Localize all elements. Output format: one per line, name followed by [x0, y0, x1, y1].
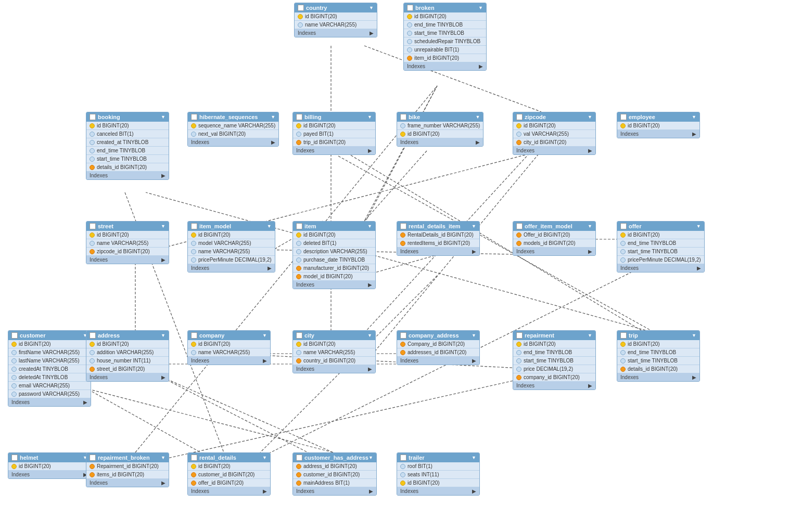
- index-arrow[interactable]: ▶: [588, 148, 592, 153]
- table-header-repairment_broken[interactable]: ⊞repairment_broken▼: [86, 453, 169, 462]
- table-header-trailer[interactable]: ⊞trailer▼: [397, 453, 479, 462]
- header-dropdown-arrow[interactable]: ▼: [472, 455, 476, 460]
- index-row[interactable]: Indexes▶: [293, 365, 375, 373]
- index-arrow[interactable]: ▶: [368, 282, 372, 288]
- index-arrow[interactable]: ▶: [161, 374, 166, 380]
- index-row[interactable]: Indexes▶: [188, 138, 278, 146]
- index-arrow[interactable]: ▶: [263, 358, 267, 364]
- table-header-broken[interactable]: ⊞broken▼: [404, 3, 486, 12]
- index-arrow[interactable]: ▶: [368, 148, 372, 153]
- index-row[interactable]: Indexes▶: [404, 62, 486, 70]
- header-dropdown-arrow[interactable]: ▼: [369, 5, 374, 10]
- table-header-rental_details_item[interactable]: ⊞rental_details_item▼: [397, 222, 479, 231]
- table-header-offer_item_model[interactable]: ⊞offer_item_model▼: [513, 222, 595, 231]
- table-header-helmet[interactable]: ⊞helmet▼: [8, 453, 91, 462]
- index-row[interactable]: Indexes▶: [86, 256, 169, 264]
- table-header-trip[interactable]: ⊞trip▼: [617, 331, 699, 340]
- index-row[interactable]: Indexes▶: [293, 147, 375, 154]
- index-arrow[interactable]: ▶: [161, 257, 166, 263]
- header-dropdown-arrow[interactable]: ▼: [478, 5, 483, 10]
- index-row[interactable]: Indexes▶: [86, 172, 169, 179]
- index-row[interactable]: Indexes▶: [8, 471, 91, 478]
- table-header-item[interactable]: ⊞item▼: [293, 222, 375, 231]
- header-dropdown-arrow[interactable]: ▼: [367, 224, 372, 229]
- table-header-customer[interactable]: ⊞customer▼: [8, 331, 91, 340]
- index-arrow[interactable]: ▶: [161, 173, 166, 178]
- index-row[interactable]: Indexes▶: [513, 382, 595, 390]
- index-arrow[interactable]: ▶: [588, 383, 592, 388]
- table-header-company[interactable]: ⊞company▼: [188, 331, 270, 340]
- index-row[interactable]: Indexes▶: [293, 487, 376, 495]
- table-header-street[interactable]: ⊞street▼: [86, 222, 169, 231]
- header-dropdown-arrow[interactable]: ▼: [472, 224, 476, 229]
- table-header-country[interactable]: ⊞country▼: [295, 3, 377, 12]
- index-row[interactable]: Indexes▶: [295, 29, 377, 37]
- index-row[interactable]: Indexes▶: [397, 138, 483, 146]
- table-header-booking[interactable]: ⊞booking▼: [86, 112, 169, 122]
- index-row[interactable]: Indexes▶: [617, 264, 704, 272]
- index-row[interactable]: Indexes▶: [188, 264, 275, 272]
- index-arrow[interactable]: ▶: [271, 139, 275, 145]
- index-arrow[interactable]: ▶: [472, 358, 476, 364]
- table-header-rental_details[interactable]: ⊞rental_details▼: [188, 453, 270, 462]
- header-dropdown-arrow[interactable]: ▼: [262, 333, 267, 338]
- index-arrow[interactable]: ▶: [692, 374, 696, 380]
- index-row[interactable]: Indexes▶: [617, 373, 699, 381]
- index-arrow[interactable]: ▶: [588, 249, 592, 254]
- table-header-zipcode[interactable]: ⊞zipcode▼: [513, 112, 595, 122]
- header-dropdown-arrow[interactable]: ▼: [367, 114, 372, 120]
- header-dropdown-arrow[interactable]: ▼: [588, 224, 592, 229]
- header-dropdown-arrow[interactable]: ▼: [692, 333, 696, 338]
- index-row[interactable]: Indexes▶: [188, 357, 270, 365]
- index-row[interactable]: Indexes▶: [617, 130, 699, 138]
- index-arrow[interactable]: ▶: [476, 139, 480, 145]
- index-arrow[interactable]: ▶: [370, 30, 374, 36]
- index-row[interactable]: Indexes▶: [397, 357, 479, 365]
- index-row[interactable]: Indexes▶: [86, 479, 169, 487]
- index-row[interactable]: Indexes▶: [397, 248, 479, 255]
- header-dropdown-arrow[interactable]: ▼: [161, 224, 166, 229]
- table-header-billing[interactable]: ⊞billing▼: [293, 112, 375, 122]
- index-arrow[interactable]: ▶: [368, 366, 372, 372]
- table-header-repairment[interactable]: ⊞repairment▼: [513, 331, 595, 340]
- index-row[interactable]: Indexes▶: [86, 373, 169, 381]
- index-arrow[interactable]: ▶: [263, 488, 267, 494]
- table-header-customer_has_address[interactable]: ⊞customer_has_address▼: [293, 453, 376, 462]
- header-dropdown-arrow[interactable]: ▼: [367, 333, 372, 338]
- table-header-employee[interactable]: ⊞employee▼: [617, 112, 699, 122]
- index-arrow[interactable]: ▶: [161, 480, 166, 486]
- index-row[interactable]: Indexes▶: [397, 487, 479, 495]
- header-dropdown-arrow[interactable]: ▼: [696, 224, 701, 229]
- header-dropdown-arrow[interactable]: ▼: [161, 333, 166, 338]
- table-header-bike[interactable]: ⊞bike▼: [397, 112, 483, 122]
- table-header-hibernate_sequences[interactable]: ⊞hibernate_sequences▼: [188, 112, 278, 122]
- index-row[interactable]: Indexes▶: [513, 147, 595, 154]
- header-dropdown-arrow[interactable]: ▼: [368, 455, 373, 460]
- index-arrow[interactable]: ▶: [369, 488, 373, 494]
- table-header-offer[interactable]: ⊞offer▼: [617, 222, 704, 231]
- header-dropdown-arrow[interactable]: ▼: [588, 114, 592, 120]
- index-arrow[interactable]: ▶: [692, 131, 696, 137]
- index-row[interactable]: Indexes▶: [8, 398, 91, 406]
- header-dropdown-arrow[interactable]: ▼: [588, 333, 592, 338]
- table-header-item_model[interactable]: ⊞item_model▼: [188, 222, 275, 231]
- table-header-company_address[interactable]: ⊞company_address▼: [397, 331, 479, 340]
- table-header-address[interactable]: ⊞address▼: [86, 331, 169, 340]
- index-arrow[interactable]: ▶: [472, 249, 476, 254]
- header-dropdown-arrow[interactable]: ▼: [161, 114, 166, 120]
- header-dropdown-arrow[interactable]: ▼: [161, 455, 166, 460]
- index-arrow[interactable]: ▶: [472, 488, 476, 494]
- header-dropdown-arrow[interactable]: ▼: [472, 333, 476, 338]
- index-arrow[interactable]: ▶: [697, 265, 701, 271]
- index-row[interactable]: Indexes▶: [513, 248, 595, 255]
- header-dropdown-arrow[interactable]: ▼: [271, 114, 275, 120]
- header-dropdown-arrow[interactable]: ▼: [692, 114, 696, 120]
- index-arrow[interactable]: ▶: [83, 399, 87, 405]
- table-header-city[interactable]: ⊞city▼: [293, 331, 375, 340]
- index-arrow[interactable]: ▶: [479, 63, 483, 69]
- header-dropdown-arrow[interactable]: ▼: [267, 224, 272, 229]
- index-row[interactable]: Indexes▶: [188, 487, 270, 495]
- header-dropdown-arrow[interactable]: ▼: [262, 455, 267, 460]
- index-row[interactable]: Indexes▶: [293, 281, 375, 289]
- header-dropdown-arrow[interactable]: ▼: [475, 114, 480, 120]
